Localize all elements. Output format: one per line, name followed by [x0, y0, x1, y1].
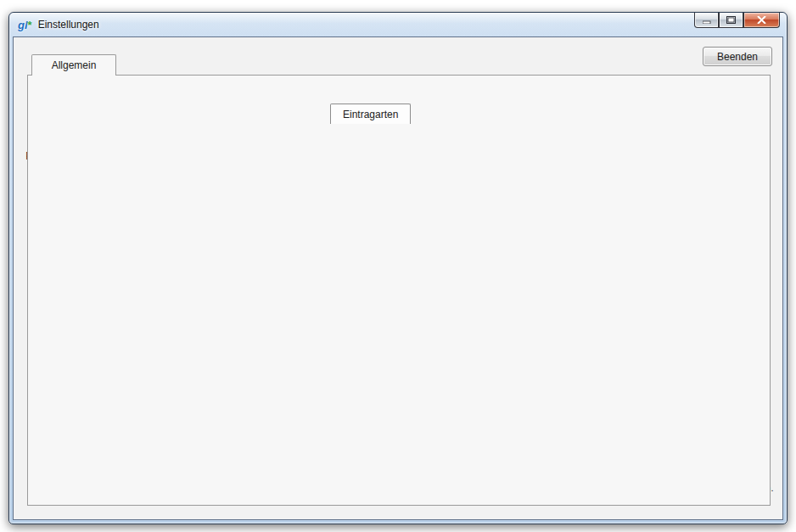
- client-area: Beenden Allgemein Optionen Voreingestell…: [13, 36, 783, 520]
- beenden-button[interactable]: Beenden: [703, 47, 772, 66]
- maximize-button[interactable]: [719, 13, 743, 28]
- close-icon: [757, 16, 766, 24]
- app-icon: gl*: [18, 19, 32, 31]
- allgemein-tabpage: [27, 75, 771, 506]
- minimize-icon: [703, 16, 711, 24]
- window-title: Einstellungen: [38, 19, 99, 31]
- close-button[interactable]: [743, 13, 780, 28]
- tab-eintragarten[interactable]: Eintragarten: [330, 104, 411, 124]
- title-bar[interactable]: gl* Einstellungen: [9, 13, 787, 36]
- maximize-icon: [726, 16, 736, 24]
- minimize-button[interactable]: [694, 13, 719, 28]
- tab-allgemein[interactable]: Allgemein: [31, 54, 116, 76]
- settings-window: gl* Einstellungen Beenden Allgemein Opti…: [8, 12, 788, 524]
- beenden-label: Beenden: [717, 51, 758, 63]
